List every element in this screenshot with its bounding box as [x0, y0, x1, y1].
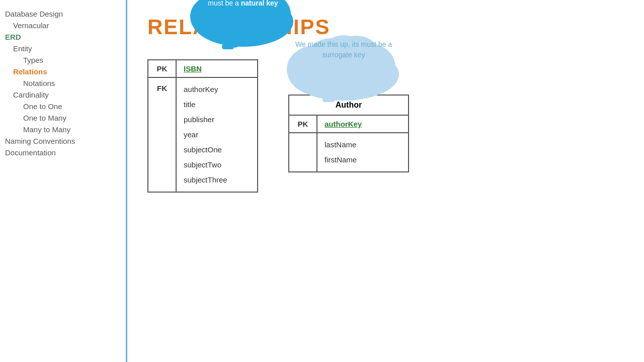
- sidebar-item-documentation[interactable]: Documentation: [0, 147, 126, 158]
- left-table-block: We did not make this up… it must be a na…: [147, 54, 258, 193]
- field-subjecttwo: subjectTwo: [184, 157, 250, 172]
- sidebar-item-database-design[interactable]: Database Design: [0, 8, 126, 20]
- field-publisher: publisher: [184, 112, 250, 127]
- pk-label: PK: [148, 60, 177, 77]
- dark-cloud-text: We did not make this up… it must be a na…: [193, 0, 293, 9]
- light-cloud-text: We made this up, its must be a surrogate…: [288, 39, 399, 60]
- natural-key-text: natural key: [241, 0, 278, 7]
- fk-body: FK authorKey title publisher year subjec…: [148, 78, 257, 192]
- fields-list: authorKey title publisher year subjectOn…: [177, 78, 257, 192]
- field-subjectone: subjectOne: [184, 142, 250, 157]
- light-cloud-wrapper: We made this up, its must be a surrogate…: [273, 29, 414, 100]
- content-area: We did not make this up… it must be a na…: [147, 54, 624, 193]
- sidebar-item-vernacular[interactable]: Vernacular: [0, 20, 126, 31]
- author-body: lastName firstName: [289, 133, 408, 171]
- field-lastname: lastName: [325, 137, 401, 152]
- sidebar-item-notations[interactable]: Notations: [0, 77, 126, 89]
- left-db-table: PK ISBN FK authorKey title publisher yea…: [147, 59, 258, 193]
- field-authorkey: authorKey: [184, 82, 250, 97]
- sidebar-item-one-to-one[interactable]: One to One: [0, 101, 126, 112]
- pk-row: PK ISBN: [148, 60, 257, 78]
- author-pk-row: PK authorKey: [289, 116, 408, 133]
- author-fk-spacer: [289, 133, 317, 171]
- author-db-table: Author PK authorKey lastName firstName: [288, 95, 409, 172]
- right-table-block: We made this up, its must be a surrogate…: [288, 95, 409, 172]
- author-pk-label: PK: [289, 116, 317, 132]
- author-fields-list: lastName firstName: [317, 133, 408, 171]
- sidebar-item-many-to-many[interactable]: Many to Many: [0, 124, 126, 135]
- sidebar-item-cardinality[interactable]: Cardinality: [0, 89, 126, 101]
- sidebar-item-entity[interactable]: Entity: [0, 43, 126, 54]
- isbn-value: ISBN: [177, 60, 257, 77]
- field-year: year: [184, 127, 250, 142]
- fk-label: FK: [148, 78, 177, 192]
- field-firstname: firstName: [325, 152, 401, 167]
- sidebar-item-erd[interactable]: ERD: [0, 31, 126, 43]
- sidebar: Database Design Vernacular ERD Entity Ty…: [0, 0, 127, 362]
- main-content: RELATIONSHIPS We did no: [127, 0, 644, 362]
- field-subjectthree: subjectThree: [184, 172, 250, 188]
- sidebar-item-one-to-many[interactable]: One to Many: [0, 112, 126, 124]
- author-key-value: authorKey: [317, 116, 408, 132]
- sidebar-item-relations[interactable]: Relations: [0, 66, 126, 77]
- sidebar-item-naming-conventions[interactable]: Naming Conventions: [0, 135, 126, 147]
- field-title: title: [184, 97, 250, 112]
- sidebar-item-types[interactable]: Types: [0, 54, 126, 66]
